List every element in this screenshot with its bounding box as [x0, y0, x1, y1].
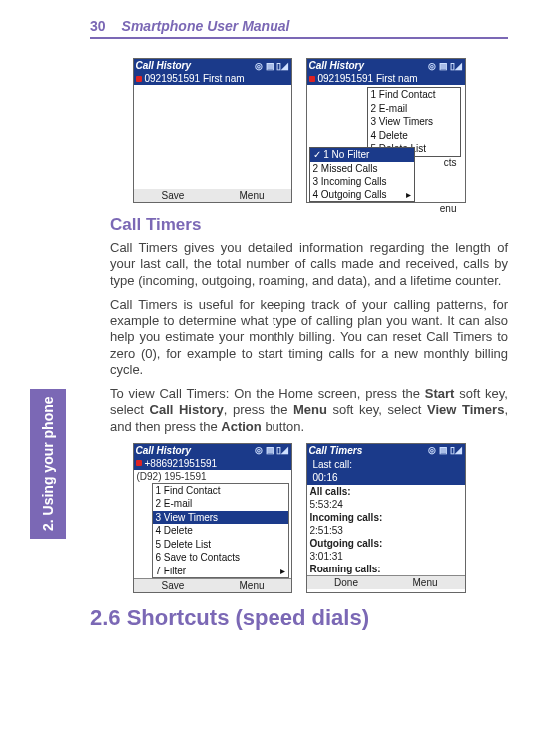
status-icons: ◎ ▤ ▯◢ [428, 445, 462, 455]
p3-text-a: To view Call Timers: On the Home screen,… [110, 386, 425, 401]
screen-titlebar: Call Timers ◎ ▤ ▯◢ [307, 444, 465, 457]
menu-item-email[interactable]: 2 E-mail [153, 497, 288, 511]
highlighted-contact-row: +886921951591 [134, 457, 291, 470]
menu-item-view-timers[interactable]: 3 View Timers [153, 511, 288, 525]
softkey-left[interactable]: Save [134, 579, 213, 592]
p3-bold-viewtimers: View Timers [427, 402, 504, 417]
context-submenu-filter: 1 No Filter 2 Missed Calls 3 Incoming Ca… [309, 147, 415, 202]
menu-item-save-contacts[interactable]: 6 Save to Contacts [153, 551, 288, 565]
manual-page: 30 Smartphone User Manual 2. Using your … [0, 0, 548, 756]
value-incoming: 2:51:53 [307, 524, 465, 537]
selected-timer-row: Last call: 00:16 [307, 457, 465, 485]
status-icons: ◎ ▤ ▯◢ [255, 445, 288, 455]
softkey-left[interactable]: Done [307, 576, 386, 589]
screen-body-menu: 1 Find Contact 2 E-mail 3 View Timers 4 … [134, 483, 291, 579]
menu-item-email[interactable]: 2 E-mail [368, 102, 460, 116]
menu-item-view-timers[interactable]: 3 View Timers [368, 115, 460, 129]
phone-screen-call-timers: Call Timers ◎ ▤ ▯◢ Last call: 00:16 All … [306, 443, 466, 594]
contact-number: 0921951591 First nam [145, 73, 245, 84]
softkey-right[interactable]: Menu [386, 576, 465, 589]
screen-title: Call History [136, 445, 192, 456]
p3-text-e: , press the [224, 402, 293, 417]
paragraph-ct-1: Call Timers gives you detailed informati… [110, 240, 508, 289]
label-last-call: Last call: [310, 458, 462, 471]
chapter-side-tab: 2. Using your phone [30, 389, 66, 539]
screenshot-row-top: Call History ◎ ▤ ▯◢ 0921951591 First nam… [90, 58, 508, 203]
menu-item-find-contact[interactable]: 1 Find Contact [153, 484, 288, 498]
screen-title: Call History [136, 60, 192, 71]
softkey-bar: Done Menu [307, 575, 465, 589]
menu-item-no-filter[interactable]: 1 No Filter [310, 148, 414, 162]
paragraph-ct-2: Call Timers is useful for keeping track … [110, 297, 508, 378]
highlighted-contact-row: 0921951591 First nam [134, 72, 291, 85]
status-icons: ◎ ▤ ▯◢ [428, 61, 462, 71]
menu-item-filter[interactable]: 7 Filter [153, 565, 288, 578]
context-menu-full: 1 Find Contact 2 E-mail 3 View Timers 4 … [152, 483, 289, 579]
menu-item-delete-list[interactable]: 5 Delete List [153, 538, 288, 552]
screen-titlebar: Call History ◎ ▤ ▯◢ [134, 59, 291, 72]
p3-bold-action: Action [221, 419, 261, 434]
p3-bold-callhistory: Call History [150, 402, 224, 417]
softkey-bar: Save Menu [134, 189, 291, 202]
value-all-calls: 5:53:24 [307, 498, 465, 511]
softkey-right[interactable]: Menu [213, 189, 291, 202]
outgoing-call-icon [136, 460, 142, 466]
menu-item-find-contact[interactable]: 1 Find Contact [368, 88, 460, 102]
screenshot-row-bottom: Call History ◎ ▤ ▯◢ +886921951591 (D92) … [90, 443, 508, 594]
softkey-bar: Save Menu [134, 578, 291, 592]
page-header: 30 Smartphone User Manual [90, 18, 508, 39]
softkey-right[interactable]: Menu [213, 579, 291, 592]
menu-item-incoming-calls[interactable]: 3 Incoming Calls [310, 175, 414, 189]
label-incoming: Incoming calls: [307, 511, 465, 524]
label-outgoing: Outgoing calls: [307, 537, 465, 550]
p3-text-k: button. [262, 419, 304, 434]
phone-screen-call-history-simple: Call History ◎ ▤ ▯◢ 0921951591 First nam… [133, 58, 292, 203]
heading-2-6-shortcuts: 2.6 Shortcuts (speed dials) [90, 605, 508, 631]
screen-body-menus: 1 Find Contact 2 E-mail 3 View Timers 4 … [307, 85, 465, 202]
fragment-cts: cts [444, 157, 457, 168]
heading-call-timers: Call Timers [110, 215, 508, 235]
screen-title: Call History [309, 60, 365, 71]
label-all-calls: All calls: [307, 485, 465, 498]
phone-screen-call-history-menu: Call History ◎ ▤ ▯◢ 0921951591 First nam… [306, 58, 466, 203]
menu-item-missed-calls[interactable]: 2 Missed Calls [310, 162, 414, 176]
screen-titlebar: Call History ◎ ▤ ▯◢ [307, 59, 465, 72]
contact-number: 0921951591 First nam [318, 73, 418, 84]
softkey-left[interactable]: Save [134, 189, 213, 202]
page-number: 30 [90, 18, 106, 37]
p3-bold-start: Start [425, 386, 455, 401]
missed-call-icon [136, 76, 142, 82]
menu-item-outgoing-calls[interactable]: 4 Outgoing Calls [310, 189, 414, 202]
book-title: Smartphone User Manual [122, 18, 290, 37]
label-roaming: Roaming calls: [307, 563, 465, 575]
menu-item-delete[interactable]: 4 Delete [153, 524, 288, 538]
screen-body-empty [134, 85, 291, 189]
value-last-call: 00:16 [310, 471, 462, 484]
secondary-number: (D92) 195-1591 [134, 470, 291, 483]
paragraph-ct-3: To view Call Timers: On the Home screen,… [110, 386, 508, 435]
screen-titlebar: Call History ◎ ▤ ▯◢ [134, 444, 291, 457]
menu-item-delete[interactable]: 4 Delete [368, 129, 460, 143]
missed-call-icon [309, 76, 315, 82]
p3-text-g: soft key, select [327, 402, 427, 417]
p3-bold-menu: Menu [293, 402, 327, 417]
fragment-enu: enu [440, 203, 457, 214]
status-icons: ◎ ▤ ▯◢ [255, 61, 288, 71]
phone-screen-history-full-menu: Call History ◎ ▤ ▯◢ +886921951591 (D92) … [133, 443, 292, 594]
contact-number: +886921951591 [145, 458, 218, 469]
highlighted-contact-row: 0921951591 First nam [307, 72, 465, 85]
screen-title: Call Timers [309, 445, 363, 456]
value-outgoing: 3:01:31 [307, 550, 465, 563]
